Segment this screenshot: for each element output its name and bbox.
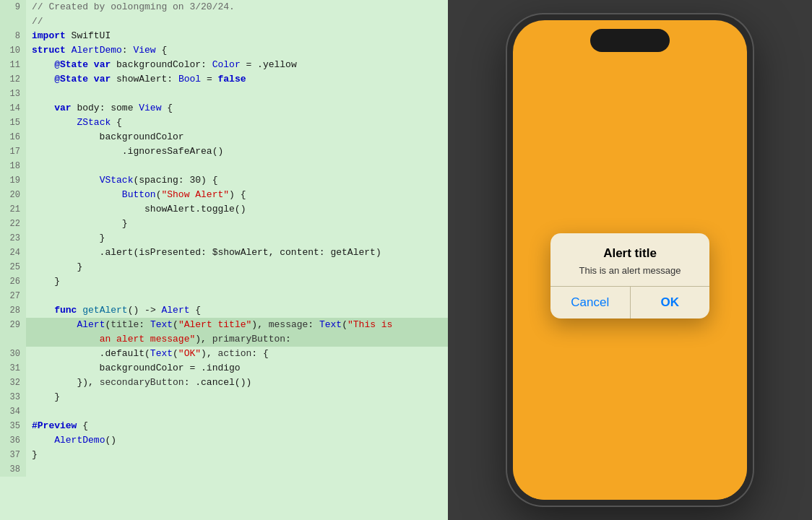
- code-line: 26 }: [0, 274, 448, 289]
- code-line: 29 Alert(title: Text("Alert title"), mes…: [0, 318, 448, 332]
- code-line: 32 }), secondaryButton: .cancel()): [0, 376, 448, 390]
- code-line: 12 @State var showAlert: Bool = false: [0, 72, 448, 87]
- phone-mockup: Alert title This is an alert message Can…: [507, 14, 753, 506]
- code-line: 11 @State var backgroundColor: Color = .…: [0, 58, 448, 72]
- phone-screen: Alert title This is an alert message Can…: [513, 20, 747, 500]
- code-line: 28 func getAlert() -> Alert {: [0, 303, 448, 318]
- code-line: 31 backgroundColor = .indigo: [0, 361, 448, 376]
- code-line: 23 }: [0, 231, 448, 246]
- alert-cancel-button[interactable]: Cancel: [550, 287, 630, 318]
- code-line: 20 Button("Show Alert") {: [0, 188, 448, 202]
- alert-ok-button[interactable]: OK: [631, 287, 710, 318]
- alert-message: This is an alert message: [562, 265, 698, 276]
- code-content: 9 // Created by oolongming on 3/20/24. /…: [0, 0, 448, 520]
- code-line: 8 import SwiftUI: [0, 29, 448, 43]
- code-line: 9 // Created by oolongming on 3/20/24.: [0, 0, 448, 14]
- code-line: 27: [0, 289, 448, 303]
- code-line: 10 struct AlertDemo: View {: [0, 43, 448, 58]
- code-line: 13: [0, 87, 448, 101]
- code-line: 30 .default(Text("OK"), action: {: [0, 347, 448, 361]
- code-line: 24 .alert(isPresented: $showAlert, conte…: [0, 246, 448, 260]
- phone-content: Alert title This is an alert message Can…: [513, 52, 747, 500]
- code-line: 25 }: [0, 260, 448, 274]
- code-line: 19 VStack(spacing: 30) {: [0, 173, 448, 188]
- alert-body: Alert title This is an alert message: [550, 233, 709, 286]
- code-line: 17 .ignoresSafeArea(): [0, 144, 448, 159]
- code-line: 15 ZStack {: [0, 116, 448, 130]
- code-line: 22 }: [0, 217, 448, 231]
- code-line: 38: [0, 462, 448, 477]
- preview-panel: Alert title This is an alert message Can…: [448, 0, 812, 520]
- code-line: 36 AlertDemo(): [0, 433, 448, 448]
- code-editor: 9 // Created by oolongming on 3/20/24. /…: [0, 0, 448, 520]
- alert-buttons: Cancel OK: [550, 287, 709, 318]
- code-line: 18: [0, 159, 448, 173]
- code-line: 16 backgroundColor: [0, 130, 448, 144]
- code-line: 34: [0, 404, 448, 419]
- alert-dialog: Alert title This is an alert message Can…: [550, 233, 709, 318]
- code-line: 35 #Preview {: [0, 419, 448, 433]
- code-line: 33 }: [0, 390, 448, 404]
- code-line: 14 var body: some View {: [0, 101, 448, 116]
- code-line: 21 showAlert.toggle(): [0, 202, 448, 217]
- code-line: //: [0, 14, 448, 29]
- code-line: 37 }: [0, 448, 448, 462]
- alert-title: Alert title: [562, 246, 698, 261]
- dynamic-island: [590, 29, 670, 52]
- code-line: an alert message"), primaryButton:: [0, 332, 448, 347]
